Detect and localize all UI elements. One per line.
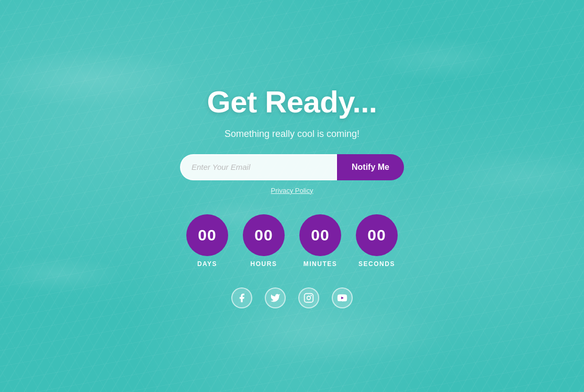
email-form-row: Notify Me <box>180 154 404 180</box>
countdown-hours-circle: 00 <box>243 214 285 256</box>
privacy-policy-link[interactable]: Privacy Policy <box>271 187 313 194</box>
countdown-days-label: DAYS <box>197 260 217 268</box>
facebook-icon[interactable] <box>231 287 252 308</box>
countdown-minutes-circle: 00 <box>299 214 341 256</box>
youtube-icon[interactable] <box>332 287 353 308</box>
svg-point-2 <box>310 295 312 296</box>
svg-rect-0 <box>305 293 313 302</box>
instagram-icon[interactable] <box>298 287 319 308</box>
twitter-icon[interactable] <box>265 287 286 308</box>
countdown-days-circle: 00 <box>186 214 228 256</box>
countdown-hours: 00 HOURS <box>243 214 285 268</box>
social-row <box>231 287 353 308</box>
svg-point-1 <box>307 296 311 299</box>
countdown-hours-value: 00 <box>254 226 273 244</box>
countdown-days-value: 00 <box>198 226 216 244</box>
notify-button[interactable]: Notify Me <box>337 154 404 180</box>
page-container: Get Ready... Something really cool is co… <box>0 0 584 392</box>
email-input[interactable] <box>180 154 337 180</box>
page-subheadline: Something really cool is coming! <box>224 129 360 140</box>
countdown-seconds-circle: 00 <box>356 214 398 256</box>
countdown-minutes: 00 MINUTES <box>299 214 341 268</box>
countdown-seconds-label: SECONDS <box>358 260 395 268</box>
page-headline: Get Ready... <box>207 84 377 119</box>
countdown-hours-label: HOURS <box>251 260 277 268</box>
countdown-minutes-value: 00 <box>311 226 329 244</box>
countdown-days: 00 DAYS <box>186 214 228 268</box>
countdown-seconds-value: 00 <box>367 226 386 244</box>
countdown-minutes-label: MINUTES <box>304 260 338 268</box>
countdown-row: 00 DAYS 00 HOURS 00 MINUTES 00 SECONDS <box>186 214 398 268</box>
countdown-seconds: 00 SECONDS <box>356 214 398 268</box>
